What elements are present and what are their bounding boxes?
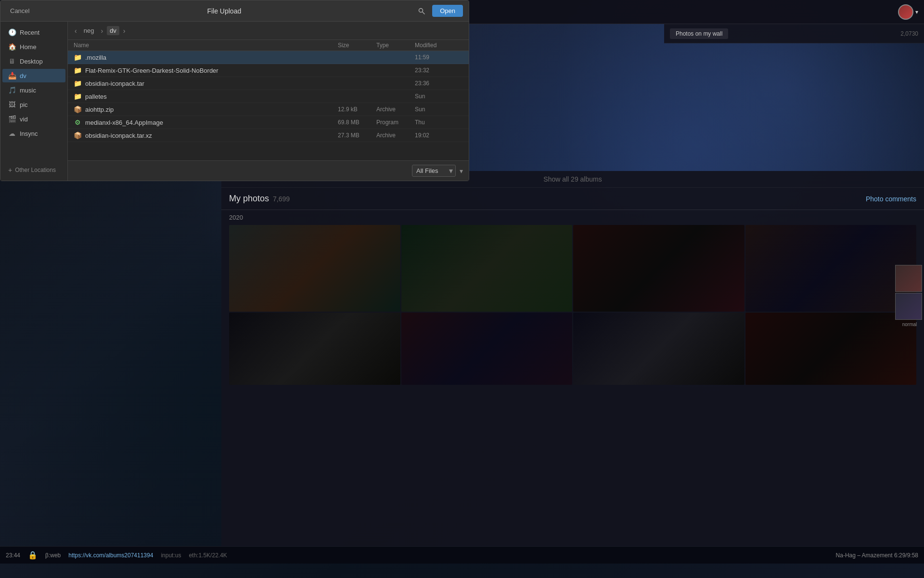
avatar-label: normal [895,321,924,328]
photo-thumb-6[interactable] [401,313,573,385]
file-row[interactable]: 📁 obsidian-iconpack.tar 23:36 [68,77,469,90]
avatar-thumb-1[interactable] [895,265,922,292]
photo-thumb-3[interactable] [573,225,744,312]
file-name-cell: 📁 Flat-Remix-GTK-Green-Darkest-Solid-NoB… [74,66,338,74]
browser-bar: 23:44 🔒 β:web https://vk.com/albums20741… [0,546,924,564]
home-icon: 🏠 [8,43,16,51]
header-modified[interactable]: Modified [415,42,463,49]
player-status: Na-Hag – Amazement 6:29/9:58 [836,552,918,559]
file-row[interactable]: 📦 obsidian-iconpack.tar.xz 27.3 MB Archi… [68,129,469,142]
file-row[interactable]: ⚙ medianxl-x86_64.AppImage 69.8 MB Progr… [68,116,469,129]
music-icon: 🎵 [8,86,16,94]
user-avatar [898,4,913,20]
dropdown-arrow-icon: ▾ [460,167,463,175]
avatar-strip: normal [895,265,924,328]
path-more-button[interactable]: › [121,26,128,36]
header-name[interactable]: Name [74,42,338,49]
cancel-button[interactable]: Cancel [6,5,33,16]
sidebar-item-desktop[interactable]: 🖥 Desktop [2,54,65,68]
vk-photos-header: My photos 7,699 Photo comments [221,188,924,210]
vk-year: 2020 [221,210,924,225]
header-size[interactable]: Size [338,42,376,49]
user-dropdown-icon[interactable]: ▾ [915,9,918,15]
desktop-icon: 🖥 [8,57,16,65]
path-bar: ‹ neg › dv › [68,22,469,40]
dialog-body: 🕐 Recent 🏠 Home 🖥 Desktop 📥 dv 🎵 music 🖼 [0,22,469,181]
file-name-cell: 📦 aiohttp.zip [74,105,338,113]
sidebar-item-insync[interactable]: ☁ Insync [2,127,65,140]
folder-icon: 📁 [74,79,81,87]
folder-icon: 📁 [74,66,81,74]
archive-icon: 📦 [74,105,81,113]
sidebar-item-music[interactable]: 🎵 music [2,83,65,97]
picture-icon: 🖼 [8,101,16,108]
file-name-cell: 📁 obsidian-iconpack.tar [74,79,338,87]
photo-thumb-5[interactable] [229,313,400,385]
photo-thumb-8[interactable] [745,313,917,385]
avatar-thumb-2[interactable] [895,293,922,320]
file-upload-dialog: Cancel File Upload Open 🕐 Recent 🏠 Home … [0,0,469,181]
dialog-header: Cancel File Upload Open [0,0,469,22]
file-row[interactable]: 📦 aiohttp.zip 12.9 kB Archive Sun [68,103,469,116]
dialog-footer: All FilesImagesArchivesPrograms ▾ [68,160,469,181]
photo-thumb-7[interactable] [573,313,744,385]
path-forward-button[interactable]: › [99,26,105,36]
photo-comments-button[interactable]: Photo comments [866,195,916,203]
clock-display: 23:44 [6,552,20,559]
svg-line-1 [423,12,424,14]
file-row[interactable]: 📁 Flat-Remix-GTK-Green-Darkest-Solid-NoB… [68,64,469,77]
file-list-header: Name Size Type Modified [68,40,469,51]
video-icon: 🎬 [8,115,16,123]
file-row[interactable]: 📁 palletes Sun [68,90,469,103]
path-back-button[interactable]: ‹ [73,26,79,36]
file-type-wrapper: All FilesImagesArchivesPrograms [412,165,456,177]
lock-icon: 🔒 [28,551,38,560]
svg-point-0 [419,8,423,12]
other-locations-button[interactable]: + Other Locations [2,163,65,177]
photo-thumb-1[interactable] [229,225,400,312]
url-display: https://vk.com/albums207411394 [68,552,153,559]
folder-icon: 📁 [74,53,81,61]
sidebar-item-vid[interactable]: 🎬 vid [2,112,65,126]
file-row[interactable]: 📁 .mozilla 11:59 [68,51,469,64]
file-name-cell: ⚙ medianxl-x86_64.AppImage [74,118,338,126]
eth-status: eth:1.5K/22.4K [189,552,227,559]
open-button[interactable]: Open [432,5,463,17]
photo-grid-row1 [221,225,924,312]
photos-album-bar: Photos on my wall 2,0730 [664,24,924,43]
photo-thumb-2[interactable] [401,225,573,312]
file-name-cell: 📁 .mozilla [74,53,338,61]
album-count: 2,0730 [900,30,918,37]
vk-photos-section: My photos 7,699 Photo comments 2020 [221,188,924,546]
dialog-title: File Upload [33,7,415,15]
path-parent[interactable]: neg [81,26,97,35]
sidebar-item-home[interactable]: 🏠 Home [2,40,65,53]
search-button[interactable] [415,4,428,18]
sidebar-item-pic[interactable]: 🖼 pic [2,98,65,111]
photo-thumb-4[interactable] [745,225,917,312]
file-type-select[interactable]: All FilesImagesArchivesPrograms [412,165,456,177]
file-name-cell: 📁 palletes [74,92,338,100]
file-list: 📁 .mozilla 11:59 📁 Flat-Remix-GTK-Green-… [68,51,469,160]
archive-icon: 📦 [74,131,81,139]
vk-header-strip: ▾ [876,0,924,24]
plus-icon: + [8,166,12,174]
sidebar-item-recent[interactable]: 🕐 Recent [2,26,65,39]
app-icon: ⚙ [74,118,81,126]
recent-icon: 🕐 [8,28,16,36]
sidebar-item-dv[interactable]: 📥 dv [2,69,65,82]
album-photos-label[interactable]: Photos on my wall [670,28,728,39]
folder-icon: 📁 [74,92,81,100]
download-icon: 📥 [8,72,16,79]
file-area: ‹ neg › dv › Name Size Type Modified 📁 .… [68,22,469,181]
header-type[interactable]: Type [376,42,415,49]
cloud-icon: ☁ [8,130,16,137]
file-dialog-sidebar: 🕐 Recent 🏠 Home 🖥 Desktop 📥 dv 🎵 music 🖼 [0,22,68,181]
photo-grid-row2 [221,312,924,385]
vk-photos-title: My photos 7,699 [229,194,290,204]
input-status: input:us [161,552,181,559]
path-current[interactable]: dv [107,26,119,35]
beta-web-label: β:web [45,552,61,559]
file-name-cell: 📦 obsidian-iconpack.tar.xz [74,131,338,139]
